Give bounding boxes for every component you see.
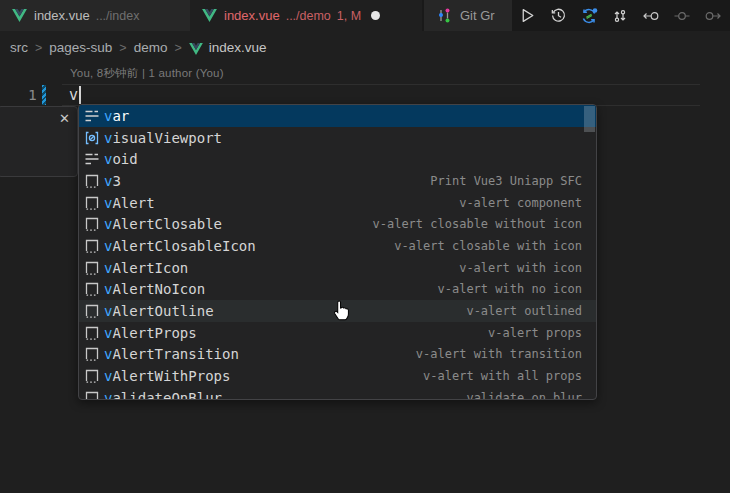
play-icon[interactable] bbox=[518, 7, 536, 25]
symbol-snippet-icon bbox=[83, 260, 100, 276]
suggestion-label: vAlert bbox=[104, 195, 155, 211]
suggest-list: varvisualViewportvoidv3Print Vue3 Uniapp… bbox=[79, 105, 596, 400]
breadcrumb: src>pages-sub>demo> index.vue bbox=[0, 31, 730, 64]
symbol-snippet-icon bbox=[83, 368, 100, 384]
current-line-border-top bbox=[62, 84, 700, 85]
symbol-snippet-icon bbox=[83, 216, 100, 232]
suggest-scrollbar-thumb[interactable] bbox=[584, 106, 595, 132]
mouse-pointer-cursor bbox=[332, 299, 351, 325]
suggestion-detail: Print Vue3 Uniapp SFC bbox=[418, 174, 582, 188]
suggestion-label: vAlertWithProps bbox=[104, 368, 230, 384]
tab-index-vue-index[interactable]: index.vue .../index bbox=[0, 0, 190, 31]
suggestion-label: vAlertProps bbox=[104, 325, 197, 341]
breadcrumb-item[interactable]: src bbox=[10, 40, 28, 55]
suggestion-label: vAlertTransition bbox=[104, 346, 239, 362]
suggestion-label: validateOnBlur bbox=[104, 390, 222, 400]
symbol-snippet-icon bbox=[83, 303, 100, 319]
suggestion-label: vAlertNoIcon bbox=[104, 281, 205, 297]
symbol-keyword-icon bbox=[83, 151, 100, 167]
breadcrumb-dirs: src>pages-sub>demo> bbox=[10, 40, 189, 55]
symbol-variable-icon bbox=[83, 130, 100, 146]
editor-actions bbox=[514, 0, 726, 31]
breadcrumb-item[interactable]: demo bbox=[134, 40, 168, 55]
suggestion-item-validateOnBlur[interactable]: validateOnBlurvalidate on blur bbox=[79, 387, 596, 400]
tab-bar: index.vue .../index index.vue .../demo 1… bbox=[0, 0, 730, 31]
vscode-window: index.vue .../index index.vue .../demo 1… bbox=[0, 0, 730, 493]
suggestion-detail: v-alert closable without icon bbox=[360, 217, 582, 231]
sync-icon[interactable] bbox=[580, 7, 598, 25]
nav-forward-icon[interactable] bbox=[704, 7, 722, 25]
line-number: 1 bbox=[28, 87, 37, 103]
chevron-separator-icon: > bbox=[35, 41, 42, 55]
suggestion-item-vAlertWithProps[interactable]: vAlertWithPropsv-alert with all props bbox=[79, 365, 596, 387]
suggestion-item-vAlertClosable[interactable]: vAlertClosablev-alert closable without i… bbox=[79, 213, 596, 235]
suggestion-item-void[interactable]: void bbox=[79, 148, 596, 170]
symbol-snippet-icon bbox=[83, 195, 100, 211]
suggestion-detail: v-alert with no icon bbox=[426, 282, 583, 296]
suggestion-label: vAlertIcon bbox=[104, 260, 188, 276]
suggestion-label: visualViewport bbox=[104, 130, 222, 146]
vue-icon bbox=[189, 43, 203, 55]
tab-label: index.vue bbox=[224, 8, 280, 23]
git-graph-icon bbox=[436, 7, 453, 24]
tab-label: Git Gr bbox=[460, 8, 495, 23]
symbol-snippet-icon bbox=[83, 238, 100, 254]
breadcrumb-file[interactable]: index.vue bbox=[209, 40, 267, 55]
suggestion-label: void bbox=[104, 151, 138, 167]
symbol-snippet-icon bbox=[83, 390, 100, 400]
close-icon[interactable]: ✕ bbox=[59, 111, 70, 127]
git-blame-annotation[interactable]: You, 8秒钟前 | 1 author (You) bbox=[70, 66, 224, 81]
symbol-snippet-icon bbox=[83, 325, 100, 341]
dirty-indicator[interactable] bbox=[371, 11, 380, 20]
symbol-snippet-icon bbox=[83, 346, 100, 362]
tab-detail: .../index bbox=[96, 9, 140, 23]
suggestion-detail: validate on blur bbox=[454, 391, 582, 400]
suggestion-item-var[interactable]: var bbox=[79, 105, 596, 127]
vue-icon bbox=[12, 9, 27, 22]
suggestion-detail: v-alert with transition bbox=[404, 347, 582, 361]
suggestion-label: var bbox=[104, 108, 129, 124]
suggestion-item-vAlertProps[interactable]: vAlertPropsv-alert props bbox=[79, 322, 596, 344]
symbol-keyword-icon bbox=[83, 108, 100, 124]
symbol-snippet-icon bbox=[83, 281, 100, 297]
tab-git-graph[interactable]: Git Gr bbox=[424, 0, 512, 31]
suggestion-item-vAlertNoIcon[interactable]: vAlertNoIconv-alert with no icon bbox=[79, 279, 596, 301]
vue-icon bbox=[202, 9, 217, 22]
suggestion-detail: v-alert closable with icon bbox=[382, 239, 582, 253]
gutter-modified-indicator bbox=[42, 85, 46, 105]
symbol-snippet-icon bbox=[83, 173, 100, 189]
suggest-widget: varvisualViewportvoidv3Print Vue3 Uniapp… bbox=[78, 104, 597, 400]
suggestion-item-vAlertIcon[interactable]: vAlertIconv-alert with icon bbox=[79, 257, 596, 279]
suggestion-detail: v-alert props bbox=[476, 326, 582, 340]
chevron-separator-icon: > bbox=[174, 41, 181, 55]
suggestion-item-vAlertClosableIcon[interactable]: vAlertClosableIconv-alert closable with … bbox=[79, 235, 596, 257]
suggestion-label: vAlertClosableIcon bbox=[104, 238, 256, 254]
suggestion-detail: v-alert with icon bbox=[447, 261, 582, 275]
nav-current-icon[interactable] bbox=[673, 7, 691, 25]
tab-problems-badge: 1, M bbox=[337, 9, 361, 23]
suggestion-item-vAlert[interactable]: vAlertv-alert component bbox=[79, 192, 596, 214]
suggestion-item-visualViewport[interactable]: visualViewport bbox=[79, 127, 596, 149]
compare-changes-icon[interactable] bbox=[611, 7, 629, 25]
tab-label: index.vue bbox=[34, 8, 90, 23]
history-icon[interactable] bbox=[549, 7, 567, 25]
suggestion-item-vAlertTransition[interactable]: vAlertTransitionv-alert with transition bbox=[79, 344, 596, 366]
tab-detail: .../demo bbox=[286, 9, 331, 23]
suggestion-label: v3 bbox=[104, 173, 121, 189]
suggestion-label: vAlertOutline bbox=[104, 303, 214, 319]
chevron-separator-icon: > bbox=[119, 41, 126, 55]
tab-index-vue-demo-active[interactable]: index.vue .../demo 1, M bbox=[190, 0, 422, 31]
suggestion-detail: v-alert component bbox=[447, 196, 582, 210]
suggestion-item-v3[interactable]: v3Print Vue3 Uniapp SFC bbox=[79, 170, 596, 192]
breadcrumb-item[interactable]: pages-sub bbox=[49, 40, 112, 55]
suggestion-detail: v-alert outlined bbox=[454, 304, 582, 318]
suggestion-detail: v-alert with all props bbox=[411, 369, 582, 383]
nav-back-icon[interactable] bbox=[642, 7, 660, 25]
suggest-details-panel: ✕ bbox=[0, 106, 78, 177]
suggestion-label: vAlertClosable bbox=[104, 216, 222, 232]
